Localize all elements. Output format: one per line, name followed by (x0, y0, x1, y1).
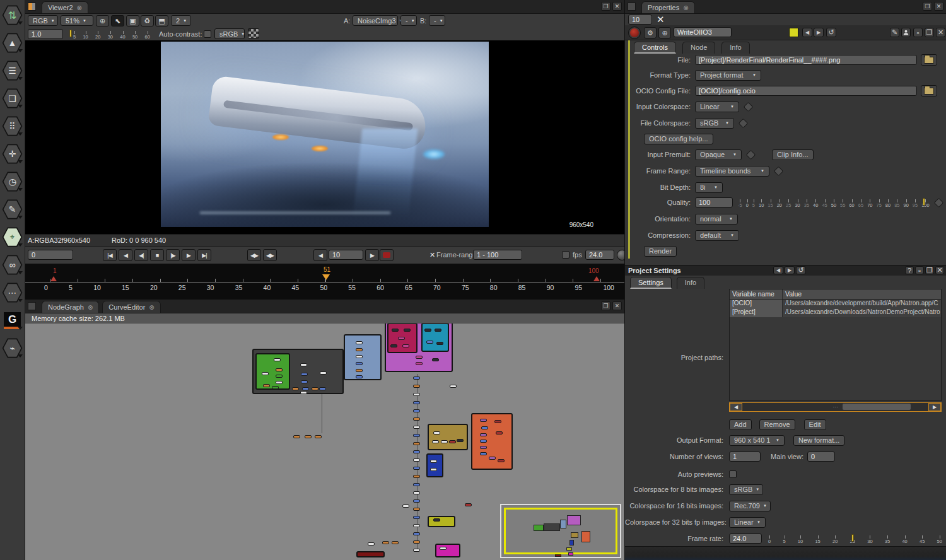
close-pane-icon[interactable]: ✕ (612, 301, 622, 310)
variable-row[interactable]: [Project]/Users/alexandre/Downloads/Natr… (730, 308, 941, 317)
node-chip[interactable] (433, 431, 440, 435)
input-colorspace-dropdown[interactable]: Linear▼ (695, 102, 739, 112)
node-chip[interactable] (413, 491, 420, 494)
backdrop-group-orange[interactable] (471, 413, 513, 470)
project-paths-table[interactable]: Variable name Value [OCIO]/Users/alexand… (729, 289, 942, 401)
node-chip[interactable] (481, 426, 488, 429)
tool-reader-writer-icon[interactable]: ⇅ (0, 1, 25, 29)
tab-controls[interactable]: Controls (634, 42, 676, 54)
prev-panel-icon[interactable]: ◀ (773, 266, 783, 274)
checkerboard-icon[interactable] (248, 28, 259, 38)
frame-range-picker-icon[interactable] (774, 166, 784, 176)
scroll-left-icon[interactable]: ◀ (730, 403, 742, 411)
timeline[interactable]: 1 51 100 0510152025303540455055606570758… (25, 264, 624, 300)
backdrop-node-darkred[interactable] (356, 551, 385, 557)
backdrop-group-green[interactable] (255, 353, 290, 390)
node-chip[interactable] (416, 356, 423, 359)
float-window-icon[interactable]: ❐ (925, 28, 934, 37)
table-horizontal-scrollbar[interactable]: ◀ ⋯ ▶ (729, 402, 942, 412)
clip-to-project-icon[interactable]: ▣ (126, 15, 139, 26)
premult-picker-icon[interactable] (746, 149, 756, 160)
node-chip[interactable] (413, 426, 420, 429)
tool-merge-icon[interactable]: ❏ (0, 85, 25, 112)
quality-slider-handle[interactable] (923, 198, 925, 206)
node-chip[interactable] (413, 376, 420, 380)
transport-button[interactable]: ◀| (134, 249, 148, 261)
node-chip[interactable] (480, 446, 487, 449)
node-chip[interactable] (301, 373, 308, 376)
edit-button[interactable]: Edit (804, 419, 826, 430)
transport-button[interactable]: ■ (150, 249, 164, 261)
node-chip[interactable] (413, 434, 420, 437)
variable-name-cell[interactable]: [Project] (730, 308, 783, 317)
frame-rate-slider-handle[interactable] (851, 534, 854, 542)
tool-keyer-icon[interactable]: ⌖ (0, 223, 25, 251)
column-variable-name[interactable]: Variable name (730, 289, 783, 299)
node-name-field[interactable]: WriteOIIO3 (674, 27, 732, 37)
variable-name-cell[interactable]: [OCIO] (730, 300, 783, 308)
node-chip[interactable] (276, 368, 283, 371)
skip-keyframe-button[interactable]: ◀▶ (263, 249, 277, 261)
node-chip[interactable] (320, 371, 327, 375)
node-chip[interactable] (413, 483, 420, 486)
tab-nodegraph[interactable]: NodeGraph ⊗ (42, 301, 99, 313)
node-chip[interactable] (301, 380, 308, 383)
node-chip[interactable] (480, 419, 487, 422)
node-chip[interactable] (390, 344, 397, 347)
gain-slider[interactable]: 5102030405060 (66, 28, 153, 40)
node-chip[interactable] (276, 375, 283, 378)
tool-extra-plugins-icon[interactable]: ⌁ (0, 334, 25, 362)
format-type-dropdown[interactable]: Project format▼ (695, 70, 761, 81)
record-button[interactable] (380, 249, 394, 261)
node-chip[interactable] (480, 433, 487, 436)
node-chip[interactable] (413, 467, 420, 470)
frame-range-field[interactable]: 1 - 100 (473, 250, 522, 260)
orientation-dropdown[interactable]: normal▼ (695, 214, 738, 225)
refresh-icon[interactable]: ♻ (141, 15, 154, 26)
colorspace-16bit-dropdown[interactable]: Rec.709▼ (729, 501, 771, 511)
node-chip[interactable] (413, 516, 420, 519)
close-tab-icon[interactable]: ⊗ (149, 304, 154, 311)
pane-menu-icon[interactable] (628, 3, 636, 11)
bit-depth-dropdown[interactable]: 8i▼ (695, 182, 723, 193)
node-chip[interactable] (413, 532, 420, 535)
tab-info[interactable]: Info (721, 42, 749, 54)
node-chip[interactable] (457, 439, 464, 442)
node-chip[interactable] (433, 518, 440, 522)
channels-dropdown[interactable]: RGB▼ (28, 15, 58, 26)
pane-menu-icon[interactable] (28, 302, 36, 310)
close-tab-icon[interactable]: ⊗ (683, 4, 688, 11)
node-chip[interactable] (413, 475, 420, 478)
node-chip[interactable] (312, 387, 318, 390)
tab-viewer2[interactable]: Viewer2 ⊗ (42, 1, 88, 13)
quality-field[interactable]: 100 (695, 197, 733, 207)
node-chip[interactable] (356, 355, 363, 358)
node-chip[interactable] (424, 329, 431, 332)
output-format-dropdown[interactable]: 960 x 540 1▼ (729, 435, 785, 446)
clip-info-button[interactable]: Clip Info... (772, 149, 814, 160)
node-chip[interactable] (416, 362, 423, 365)
node-chip[interactable] (480, 452, 487, 455)
colorspace-32bit-dropdown[interactable]: Linear▼ (729, 517, 766, 528)
colorspace-picker-icon[interactable] (739, 118, 749, 128)
gain-field[interactable]: 1.0 (28, 29, 63, 39)
node-chip[interactable] (356, 369, 363, 372)
clear-panels-icon[interactable]: ✕ (657, 14, 665, 25)
tool-views-icon[interactable]: ∞ (0, 251, 25, 279)
variable-row[interactable]: [OCIO]/Users/alexandre/development/build… (730, 300, 941, 308)
node-chip[interactable] (300, 391, 307, 394)
prev-node-icon[interactable]: ◀ (802, 28, 812, 37)
node-chip[interactable] (435, 329, 441, 332)
tab-node[interactable]: Node (682, 42, 715, 54)
variable-value-cell[interactable]: /Users/alexandre/Downloads/NatronDemoPro… (783, 308, 941, 317)
tool-generators-icon[interactable]: ▲ (0, 29, 25, 57)
node-chip[interactable] (441, 440, 448, 443)
backdrop-group-tan[interactable] (428, 424, 468, 450)
node-chip[interactable] (356, 375, 363, 378)
minimize-icon[interactable]: ▫ (915, 266, 924, 274)
node-chip[interactable] (305, 435, 312, 438)
node-chip[interactable] (413, 450, 420, 453)
node-chip[interactable] (432, 358, 439, 361)
node-chip[interactable] (272, 386, 279, 389)
column-value[interactable]: Value (783, 289, 804, 299)
